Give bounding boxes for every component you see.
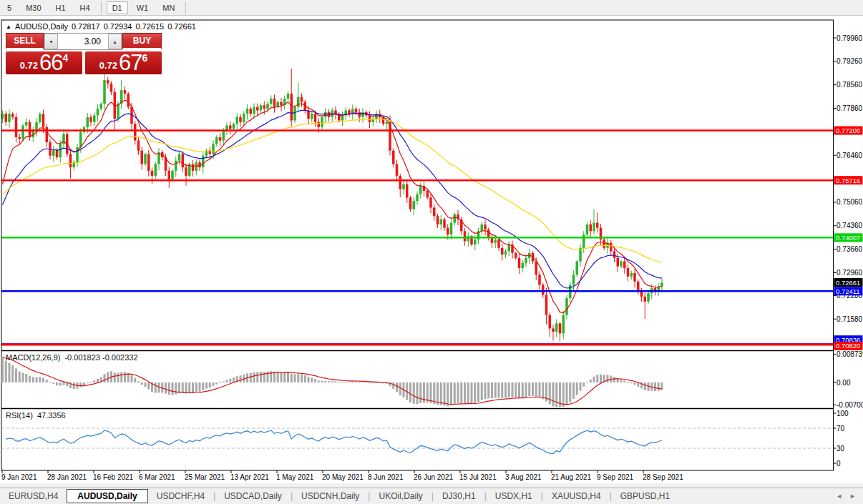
- price-line-badge: 0.75716: [836, 177, 860, 184]
- ohlc-close: 0.72661: [167, 22, 196, 31]
- time-axis[interactable]: 9 Jan 202128 Jan 202116 Feb 20216 Mar 20…: [1, 470, 834, 483]
- date-label: 26 Jun 2021: [414, 473, 453, 481]
- date-label: 8 Jun 2021: [368, 473, 404, 481]
- rsi-axis-label: 30: [837, 445, 845, 453]
- rsi-axis-label: 100: [837, 410, 849, 417]
- macd-header: MACD(12,26,9) -0.001823 -0.002332: [6, 353, 138, 362]
- date-label: 15 Jul 2021: [459, 473, 497, 481]
- price-line-badge: 0.70820: [836, 342, 860, 350]
- price-tick-label: 0.79960: [837, 34, 863, 42]
- rsi-value: 47.3356: [37, 411, 66, 420]
- date-label: 21 Aug 2021: [551, 473, 592, 481]
- date-label: 9 Jan 2021: [1, 473, 37, 481]
- buy-button[interactable]: BUY: [122, 33, 162, 50]
- buy-price-big: 67: [119, 53, 142, 73]
- chart-tab-audusd-daily[interactable]: AUDUSD,Daily: [67, 489, 147, 503]
- macd-axis-label: 0.00: [837, 379, 851, 387]
- chart-title: ▲ AUDUSD,Daily 0.72817 0.72934 0.72615 0…: [6, 22, 196, 31]
- date-label: 16 Feb 2021: [93, 473, 134, 481]
- date-label: 20 May 2021: [322, 473, 364, 481]
- price-tick-label: 0.72960: [837, 269, 863, 277]
- rsi-header: RSI(14) 47.3356: [6, 411, 66, 420]
- sell-price-big: 66: [39, 53, 62, 73]
- trading-app: 5M30H1H4D1W1MN 0.799600.792600.785600.77…: [0, 0, 863, 504]
- tab-scroll-right-icon[interactable]: ►: [849, 493, 856, 500]
- sell-price-pip: 4: [63, 52, 69, 64]
- chart-tab-dj30-h1[interactable]: DJ30,H1: [434, 490, 484, 503]
- sell-button[interactable]: SELL: [6, 33, 44, 50]
- date-label: 13 Apr 2021: [230, 473, 269, 481]
- chart-tab-usdchf-h4[interactable]: USDCHF,H4: [148, 490, 213, 503]
- chart-tab-xauusd-h4[interactable]: XAUUSD,H4: [543, 490, 610, 503]
- price-tick-label: 0.79260: [837, 57, 863, 65]
- date-label: 28 Jan 2021: [47, 473, 87, 481]
- volume-spinner: ▼ ▲: [44, 33, 122, 50]
- chart-tab-ukoil-daily[interactable]: UKOil,Daily: [370, 490, 431, 503]
- date-label: 9 Sep 2021: [597, 473, 634, 481]
- volume-decrement-button[interactable]: ▼: [44, 34, 58, 49]
- symbol-timeframe-label: AUDUSD,Daily: [15, 22, 68, 31]
- chart-tab-bar: EURUSD,H4AUDUSD,DailyUSDCHF,H4|USDCAD,Da…: [0, 488, 863, 504]
- price-axis[interactable]: 0.799600.792600.785600.778600.764600.750…: [834, 20, 863, 470]
- chart-tab-gbpusd-h1[interactable]: GBPUSD,H1: [612, 490, 678, 503]
- one-click-trade-panel: SELL ▼ ▲ BUY 0.72 66 4 0.72 67 6: [6, 33, 162, 74]
- date-label: 1 May 2021: [276, 473, 314, 481]
- macd-name: MACD(12,26,9): [6, 353, 60, 362]
- macd-values: -0.001823 -0.002332: [64, 353, 137, 362]
- volume-input[interactable]: [58, 34, 108, 49]
- rsi-axis-label: 0: [837, 460, 841, 468]
- tab-scroll-nav: ◄►: [836, 493, 863, 500]
- price-tick-label: 0.78560: [837, 81, 863, 89]
- rsi-name: RSI(14): [6, 411, 33, 420]
- ohlc-low: 0.72615: [135, 22, 164, 31]
- price-tick-label: 0.73660: [837, 245, 863, 253]
- buy-price-display[interactable]: 0.72 67 6: [85, 51, 162, 74]
- price-tick-label: 0.71580: [837, 315, 863, 323]
- buy-price-pip: 6: [142, 52, 148, 64]
- ohlc-open: 0.72817: [72, 22, 100, 31]
- date-label: 6 Mar 2021: [139, 473, 175, 481]
- price-line-badge: 0.77200: [836, 127, 860, 134]
- sell-price-base: 0.72: [20, 60, 38, 71]
- price-tick-label: 0.75060: [837, 198, 863, 206]
- chart-tab-usdcnh-daily[interactable]: USDCNH,Daily: [293, 490, 368, 503]
- current-price-badge: 0.72661: [836, 279, 860, 287]
- chart-tab-usdx-h1[interactable]: USDX,H1: [487, 490, 541, 503]
- buy-price-base: 0.72: [99, 60, 117, 71]
- macd-axis-label: -0.00700: [837, 401, 863, 409]
- date-label: 28 Sep 2021: [643, 473, 683, 481]
- collapse-panel-icon[interactable]: ▲: [6, 24, 11, 30]
- date-label: 25 Mar 2021: [185, 473, 225, 481]
- price-line-badge: 0.72411: [836, 287, 860, 295]
- chart-tab-usdcad-daily[interactable]: USDCAD,Daily: [215, 490, 291, 503]
- volume-increment-button[interactable]: ▲: [108, 34, 122, 49]
- price-tick-label: 0.74360: [837, 222, 863, 229]
- macd-axis-label: 0.008739: [837, 350, 863, 358]
- price-tick-label: 0.77860: [837, 104, 863, 112]
- tab-scroll-left-icon[interactable]: ◄: [836, 493, 842, 500]
- sell-price-display[interactable]: 0.72 66 4: [6, 51, 82, 74]
- ohlc-high: 0.72934: [104, 22, 132, 31]
- price-tick-label: 0.76460: [837, 152, 863, 159]
- chart-tab-eurusd-h4[interactable]: EURUSD,H4: [0, 490, 67, 503]
- price-line-badge: 0.74007: [836, 234, 860, 242]
- date-label: 3 Aug 2021: [505, 473, 542, 481]
- rsi-axis-label: 70: [837, 425, 845, 433]
